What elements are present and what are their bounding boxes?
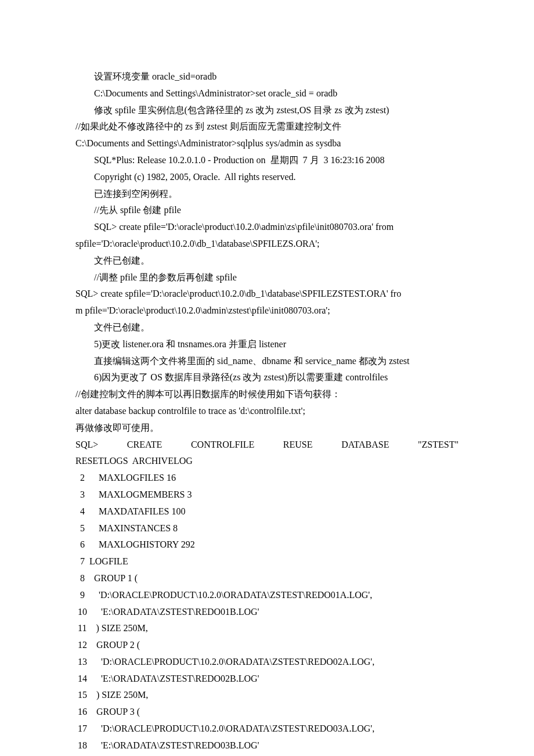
text-line: RESETLOGS ARCHIVELOG <box>75 453 459 470</box>
text-line: 9 'D:\ORACLE\PRODUCT\10.2.0\ORADATA\ZSTE… <box>75 587 459 604</box>
text-line: //创建控制文件的脚本可以再旧数据库的时候使用如下语句获得： <box>75 386 459 403</box>
text-line: 17 'D:\ORACLE\PRODUCT\10.2.0\ORADATA\ZST… <box>75 721 459 737</box>
text-line: spfile='D:\oracle\product\10.2.0\db_1\da… <box>75 236 459 253</box>
text-line: SQL> create spfile='D:\oracle\product\10… <box>75 286 459 303</box>
text-span: REUSE <box>283 437 313 453</box>
text-line: //如果此处不修改路径中的 zs 到 zstest 则后面应无需重建控制文件 <box>75 118 459 135</box>
text-line: 11 ) SIZE 250M, <box>75 620 459 637</box>
text-line: SQL>CREATECONTROLFILEREUSEDATABASE"ZSTES… <box>75 437 459 453</box>
text-span: "ZSTEST" <box>418 437 459 453</box>
text-line: 8 GROUP 1 ( <box>75 570 459 587</box>
text-span: DATABASE <box>341 437 389 453</box>
text-line: 16 GROUP 3 ( <box>75 704 459 721</box>
text-line: 15 ) SIZE 250M, <box>75 687 459 704</box>
text-line: 12 GROUP 2 ( <box>75 637 459 654</box>
text-line: 2 MAXLOGFILES 16 <box>75 470 459 487</box>
text-line: 14 'E:\ORADATA\ZSTEST\REDO02B.LOG' <box>75 671 459 687</box>
text-line: SQL*Plus: Release 10.2.0.1.0 - Productio… <box>75 152 459 169</box>
text-line: 5 MAXINSTANCES 8 <box>75 520 459 537</box>
text-span: CONTROLFILE <box>191 437 254 453</box>
text-line: 10 'E:\ORADATA\ZSTEST\REDO01B.LOG' <box>75 604 459 621</box>
text-line: //先从 spfile 创建 pfile <box>75 202 459 219</box>
text-line: 再做修改即可使用。 <box>75 420 459 437</box>
text-line: 18 'E:\ORADATA\ZSTEST\REDO03B.LOG' <box>75 737 459 754</box>
text-line: SQL> create pfile='D:\oracle\product\10.… <box>75 219 459 236</box>
text-line: 4 MAXDATAFILES 100 <box>75 503 459 520</box>
document-page: 设置环境变量 oracle_sid=oradbC:\Documents and … <box>0 0 534 756</box>
text-line: 5)更改 listener.ora 和 tnsnames.ora 并重启 lis… <box>75 336 459 353</box>
text-span: CREATE <box>127 437 162 453</box>
text-line: 修改 spfile 里实例信息(包含路径里的 zs 改为 zstest,OS 目… <box>75 102 459 119</box>
text-line: 13 'D:\ORACLE\PRODUCT\10.2.0\ORADATA\ZST… <box>75 654 459 671</box>
text-line: C:\Documents and Settings\Administrator>… <box>75 135 459 152</box>
text-line: 3 MAXLOGMEMBERS 3 <box>75 487 459 503</box>
text-span: SQL> <box>75 437 98 453</box>
text-line: 7 LOGFILE <box>75 553 459 570</box>
text-line: 6)因为更改了 OS 数据库目录路径(zs 改为 zstest)所以需要重建 c… <box>75 369 459 386</box>
text-line: 6 MAXLOGHISTORY 292 <box>75 537 459 553</box>
text-line: 已连接到空闲例程。 <box>75 186 459 203</box>
text-line: 文件已创建。 <box>75 253 459 269</box>
text-line: C:\Documents and Settings\Administrator>… <box>75 85 459 102</box>
text-line: //调整 pfile 里的参数后再创建 spfile <box>75 269 459 286</box>
text-line: Copyright (c) 1982, 2005, Oracle. All ri… <box>75 169 459 186</box>
text-line: 直接编辑这两个文件将里面的 sid_name、dbname 和 service_… <box>75 353 459 370</box>
text-line: m pfile='D:\oracle\product\10.2.0\admin\… <box>75 303 459 319</box>
text-line: 设置环境变量 oracle_sid=oradb <box>75 69 459 85</box>
text-line: alter database backup controlfile to tra… <box>75 403 459 420</box>
text-line: 文件已创建。 <box>75 319 459 336</box>
